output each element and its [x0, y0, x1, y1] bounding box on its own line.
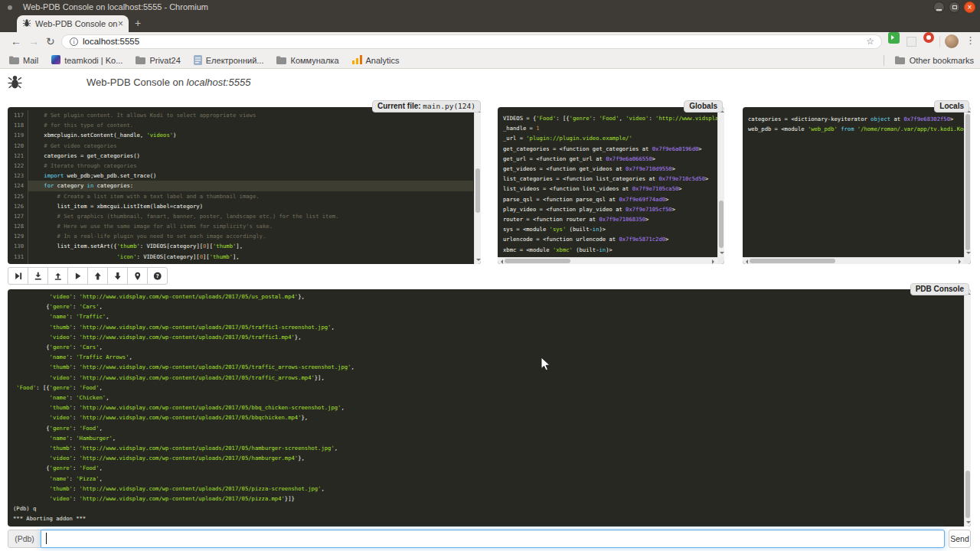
bookmark-item[interactable]: Коммуналка: [276, 56, 338, 66]
code-line: 125 # Create a list item with a text lab…: [8, 191, 473, 201]
scrollbar-track[interactable]: [964, 289, 971, 527]
bookmark-item[interactable]: Електронний...: [194, 55, 264, 67]
extension-gray-icon[interactable]: [906, 37, 916, 47]
bookmark-item[interactable]: teamkodi | Ko...: [51, 55, 122, 66]
bookmark-item[interactable]: Mail: [9, 56, 38, 66]
profile-avatar[interactable]: [945, 34, 959, 48]
code-line: 123 import web_pdb;web_pdb.set_trace(): [8, 171, 473, 181]
code-line: 130 list_item.setArt({'thumb': VIDEOS[ca…: [8, 241, 473, 251]
bookmark-star-icon[interactable]: ☆: [866, 36, 874, 47]
globals-line: get_url = <function get_url at 0x7f9e6a0…: [503, 154, 718, 164]
console-line: 'thumb': 'http://www.vidsplay.com/wp-con…: [13, 443, 354, 453]
browser-toolbar: ← → ↻ i localhost:5555 ☆ ⋮: [0, 32, 980, 52]
scrollbar-track[interactable]: [717, 107, 724, 257]
line-number: 132: [8, 262, 28, 264]
code-line: 118 # for this type of content.: [8, 120, 473, 130]
code-line: 120 # Get video categories: [8, 141, 473, 151]
line-number: 120: [8, 141, 28, 151]
extension-red-icon[interactable]: [923, 32, 934, 43]
debug-return-button[interactable]: [47, 267, 68, 285]
new-tab-button[interactable]: +: [135, 17, 141, 29]
console-line: 'video': 'http://www.vidsplay.com/wp-con…: [13, 494, 354, 504]
locals-line: categories = <dictionary-keyiterator obj…: [748, 114, 970, 124]
window-titlebar: Web-PDB Console on localhost:5555 - Chro…: [0, 0, 980, 15]
back-icon[interactable]: ←: [11, 35, 21, 47]
folder-icon: [895, 54, 905, 67]
window-title: Web-PDB Console on localhost:5555 - Chro…: [23, 2, 208, 11]
console-line: {'genre': 'Cars',: [13, 342, 354, 352]
line-number: 129: [8, 231, 28, 241]
url-text: localhost:5555: [83, 37, 139, 46]
minimize-button[interactable]: [933, 2, 945, 13]
globals-line: parse_qsl = <function parse_qsl at 0x7f9…: [503, 194, 718, 204]
close-window-button[interactable]: ×: [964, 2, 975, 13]
pdb-prompt-label: (Pdb): [8, 530, 41, 548]
browser-tab[interactable]: Web-PDB Console on loca ×: [17, 15, 129, 32]
debug-next-button[interactable]: [8, 267, 28, 285]
continue-icon: [74, 272, 83, 281]
console-line: 'video': 'http://www.vidsplay.com/wp-con…: [13, 332, 354, 342]
line-number: 126: [8, 201, 28, 211]
step-icon: [34, 272, 43, 281]
bookmarks-divider: [884, 55, 884, 66]
page-title-host: localhost:5555: [187, 77, 251, 88]
tab-strip: Web-PDB Console on loca × +: [0, 15, 980, 32]
scrollbar-track[interactable]: [498, 257, 717, 264]
folder-icon: [136, 56, 145, 66]
scrollbar-thumb[interactable]: [475, 168, 480, 213]
tab-close-icon[interactable]: ×: [118, 19, 123, 28]
reload-icon[interactable]: ↻: [46, 35, 55, 47]
scrollbar-thumb[interactable]: [505, 259, 570, 263]
other-bookmarks-button[interactable]: Other bookmarks: [910, 56, 974, 65]
bookmark-label: teamkodi | Ko...: [64, 56, 122, 65]
scrollbar-track[interactable]: [743, 257, 964, 264]
console-line: 'video': 'http://www.vidsplay.com/wp-con…: [13, 292, 354, 302]
debug-help-button[interactable]: ?: [147, 267, 168, 285]
pdb-command-input[interactable]: [41, 530, 945, 548]
next-icon: [14, 272, 23, 281]
code-line: 119 xbmcplugin.setContent(_handle, 'vide…: [8, 130, 473, 140]
scrollbar-track[interactable]: [474, 107, 481, 264]
bookmark-item[interactable]: Privat24: [136, 56, 180, 66]
scrollbar-thumb[interactable]: [750, 259, 835, 263]
folder-icon: [9, 56, 19, 66]
scrollbar-thumb[interactable]: [719, 201, 724, 248]
console-line: 'thumb': 'http://www.vidsplay.com/wp-con…: [13, 484, 354, 494]
line-number: 122: [8, 161, 28, 171]
debug-continue-button[interactable]: [67, 267, 88, 285]
debug-toolbar: ?: [8, 267, 168, 285]
console-line: 'thumb': 'http://www.vidsplay.com/wp-con…: [13, 322, 354, 332]
code-line: 121 categories = get_categories(): [8, 151, 473, 161]
debug-up-button[interactable]: [87, 267, 108, 285]
maximize-button[interactable]: [949, 2, 960, 13]
return-icon: [54, 272, 63, 281]
screen: Web-PDB Console on localhost:5555 - Chro…: [0, 0, 980, 551]
debug-down-button[interactable]: [107, 267, 128, 285]
console-line: 'name': 'Pizza',: [13, 474, 354, 484]
bookmark-item[interactable]: Analytics: [352, 55, 400, 66]
code-line: 127 # Set graphics (thumbnail, fanart, b…: [8, 211, 473, 221]
debug-step-button[interactable]: [28, 267, 48, 285]
scrollbar-thumb[interactable]: [965, 114, 970, 250]
console-line: {'genre': 'Food',: [13, 423, 354, 433]
scrollbar-track[interactable]: [964, 107, 971, 257]
browser-menu-icon[interactable]: ⋮: [965, 34, 975, 46]
send-button[interactable]: Send: [949, 530, 971, 548]
globals-line: sys = <module 'sys' (built-in)>: [503, 224, 718, 234]
scrollbar-thumb[interactable]: [965, 471, 970, 518]
globals-badge: Globals: [684, 100, 723, 112]
debug-where-button[interactable]: [127, 267, 148, 285]
doc-icon: [194, 55, 202, 67]
tab-favicon-bug-icon: [22, 17, 31, 31]
console-line: *** Aborting addon ***: [13, 514, 354, 523]
tab-title: Web-PDB Console on loca: [35, 19, 118, 28]
forward-icon[interactable]: →: [28, 35, 39, 47]
globals-panel: VIDEOS = {'Food': [{'genre': 'Food', 'vi…: [498, 107, 724, 264]
extension-green-icon[interactable]: [888, 32, 900, 44]
web-pdb-bug-icon: [7, 74, 23, 93]
code-line: 132 'fanart': VIDEOS[category][0]['thumb…: [8, 262, 473, 264]
site-info-icon[interactable]: i: [70, 37, 78, 46]
address-bar[interactable]: i localhost:5555 ☆: [61, 34, 882, 49]
close-icon: ×: [965, 2, 975, 12]
console-line: (Pdb) q: [13, 504, 354, 514]
